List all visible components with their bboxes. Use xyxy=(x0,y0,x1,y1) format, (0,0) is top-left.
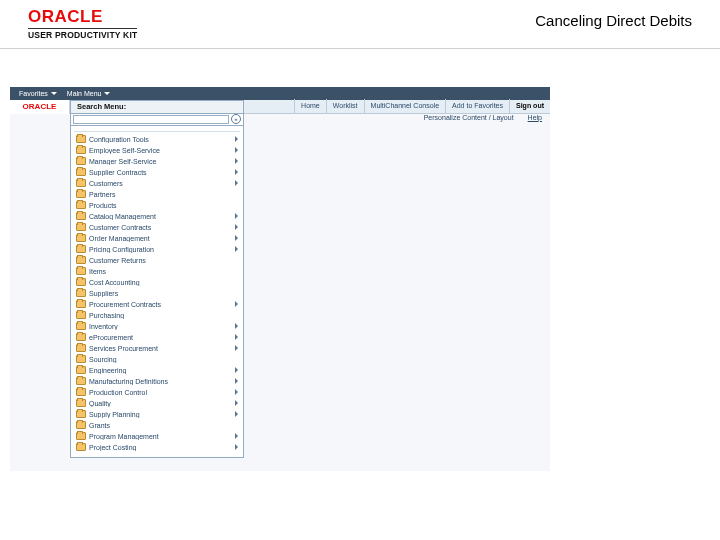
menu-item[interactable]: Manufacturing Definitions xyxy=(74,376,240,387)
submenu-arrow-icon xyxy=(235,411,238,417)
menu-item[interactable]: Customer Contracts xyxy=(74,222,240,233)
submenu-arrow-icon xyxy=(235,136,238,142)
folder-icon xyxy=(76,311,86,319)
menu-divider xyxy=(74,131,240,132)
add-favorites-link[interactable]: Add to Favorites xyxy=(445,99,509,113)
menu-item[interactable]: Suppliers xyxy=(74,288,240,299)
submenu-arrow-icon xyxy=(235,323,238,329)
folder-icon xyxy=(76,366,86,374)
folder-icon xyxy=(76,146,86,154)
menu-item-label: Catalog Management xyxy=(89,213,232,220)
menu-item-label: Supplier Contracts xyxy=(89,169,232,176)
folder-icon xyxy=(76,212,86,220)
menu-item-label: Pricing Configuration xyxy=(89,246,232,253)
menu-item[interactable]: Grants xyxy=(74,420,240,431)
menu-item-label: Services Procurement xyxy=(89,345,232,352)
submenu-arrow-icon xyxy=(235,180,238,186)
screenshot-region: Favorites Main Menu ORACLE Search Menu: … xyxy=(10,87,550,471)
folder-icon xyxy=(76,278,86,286)
menu-search-row: » xyxy=(70,114,244,126)
multichannel-link[interactable]: MultiChannel Console xyxy=(364,99,445,113)
menu-item[interactable]: Cost Accounting xyxy=(74,277,240,288)
menu-item-label: Grants xyxy=(89,422,238,429)
menu-item[interactable]: Configuration Tools xyxy=(74,134,240,145)
menu-item[interactable]: Catalog Management xyxy=(74,211,240,222)
page-title: Canceling Direct Debits xyxy=(535,8,692,29)
menu-item[interactable]: Engineering xyxy=(74,365,240,376)
submenu-arrow-icon xyxy=(235,235,238,241)
home-link[interactable]: Home xyxy=(294,99,326,113)
submenu-arrow-icon xyxy=(235,378,238,384)
caret-down-icon xyxy=(104,92,110,95)
main-menu-panel: Configuration Tools Employee Self-Servic… xyxy=(70,126,244,458)
menu-item[interactable]: Supplier Contracts xyxy=(74,167,240,178)
menu-item[interactable]: Production Control xyxy=(74,387,240,398)
search-menu-label: Search Menu: xyxy=(77,102,126,111)
menu-item[interactable]: Program Management xyxy=(74,431,240,442)
menu-item-label: Order Management xyxy=(89,235,232,242)
submenu-arrow-icon xyxy=(235,301,238,307)
menu-search-input[interactable] xyxy=(73,115,229,124)
menu-item[interactable]: Services Procurement xyxy=(74,343,240,354)
app-topbar: Favorites Main Menu xyxy=(10,87,550,100)
folder-icon xyxy=(76,179,86,187)
folder-icon xyxy=(76,432,86,440)
folder-icon xyxy=(76,443,86,451)
menu-item[interactable]: Customer Returns xyxy=(74,255,240,266)
menu-item[interactable]: Project Costing xyxy=(74,442,240,453)
menu-item[interactable]: Sourcing xyxy=(74,354,240,365)
favorites-label: Favorites xyxy=(19,90,48,97)
menu-search-go-button[interactable]: » xyxy=(231,114,241,124)
menu-item-label: Suppliers xyxy=(89,290,238,297)
menu-item[interactable]: Purchasing xyxy=(74,310,240,321)
menu-item-label: Purchasing xyxy=(89,312,238,319)
menu-item-label: Products xyxy=(89,202,238,209)
brand-wordmark: ORACLE xyxy=(28,8,137,26)
top-toolbar: Home Worklist MultiChannel Console Add t… xyxy=(244,100,550,114)
menu-item[interactable]: Manager Self-Service xyxy=(74,156,240,167)
folder-icon xyxy=(76,201,86,209)
menu-item[interactable]: Employee Self-Service xyxy=(74,145,240,156)
menu-item[interactable]: Products xyxy=(74,200,240,211)
menu-item-label: Inventory xyxy=(89,323,232,330)
menu-item-label: Procurement Contracts xyxy=(89,301,232,308)
menu-item[interactable]: Supply Planning xyxy=(74,409,240,420)
folder-icon xyxy=(76,377,86,385)
oracle-upk-logo: ORACLE USER PRODUCTIVITY KIT xyxy=(28,8,137,40)
favorites-menu[interactable]: Favorites xyxy=(14,90,62,97)
submenu-arrow-icon xyxy=(235,169,238,175)
submenu-arrow-icon xyxy=(235,400,238,406)
menu-item-label: Customers xyxy=(89,180,232,187)
folder-icon xyxy=(76,355,86,363)
menu-item[interactable]: Customers xyxy=(74,178,240,189)
folder-icon xyxy=(76,399,86,407)
go-icon: » xyxy=(234,116,237,122)
menu-item[interactable]: Pricing Configuration xyxy=(74,244,240,255)
menu-item-label: Customer Contracts xyxy=(89,224,232,231)
submenu-arrow-icon xyxy=(235,444,238,450)
menu-item[interactable]: Partners xyxy=(74,189,240,200)
sign-out-link[interactable]: Sign out xyxy=(509,99,550,113)
menu-item-label: Manager Self-Service xyxy=(89,158,232,165)
help-link[interactable]: Help xyxy=(528,114,542,121)
folder-icon xyxy=(76,300,86,308)
menu-item[interactable]: Items xyxy=(74,266,240,277)
submenu-arrow-icon xyxy=(235,345,238,351)
folder-icon xyxy=(76,333,86,341)
menu-item-label: Partners xyxy=(89,191,238,198)
menu-item-label: Quality xyxy=(89,400,232,407)
main-menu[interactable]: Main Menu xyxy=(62,90,116,97)
menu-item[interactable]: Order Management xyxy=(74,233,240,244)
personalize-link[interactable]: Personalize Content / Layout xyxy=(424,114,514,121)
personalize-row: Personalize Content / Layout Help xyxy=(250,114,542,121)
folder-icon xyxy=(76,421,86,429)
menu-item[interactable]: Quality xyxy=(74,398,240,409)
caret-down-icon xyxy=(51,92,57,95)
folder-icon xyxy=(76,234,86,242)
folder-icon xyxy=(76,410,86,418)
menu-item[interactable]: eProcurement xyxy=(74,332,240,343)
menu-item-label: Items xyxy=(89,268,238,275)
menu-item[interactable]: Procurement Contracts xyxy=(74,299,240,310)
worklist-link[interactable]: Worklist xyxy=(326,99,364,113)
menu-item[interactable]: Inventory xyxy=(74,321,240,332)
